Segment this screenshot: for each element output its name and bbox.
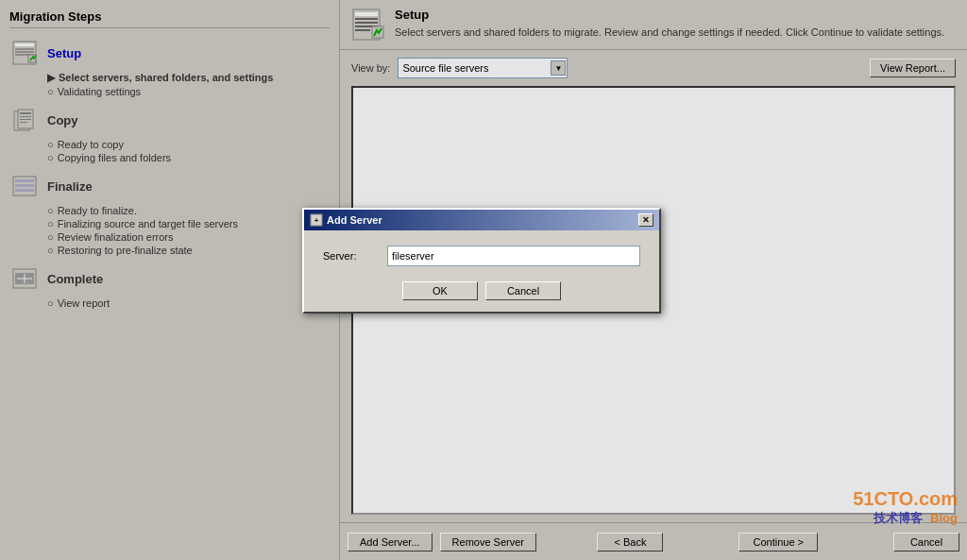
modal-title: Add Server [327, 214, 382, 226]
modal-titlebar: + Add Server ✕ [304, 210, 659, 230]
server-field-label: Server: [323, 250, 380, 262]
modal-titlebar-left: + Add Server [310, 213, 382, 227]
server-input[interactable] [387, 246, 640, 266]
svg-text:+: + [314, 216, 319, 225]
modal-cancel-button[interactable]: Cancel [485, 281, 561, 300]
server-field-row: Server: [323, 246, 640, 266]
modal-ok-button[interactable]: OK [402, 281, 478, 300]
add-server-dialog: + Add Server ✕ Server: OK Cancel [302, 208, 661, 314]
modal-overlay: + Add Server ✕ Server: OK Cancel [0, 0, 967, 560]
modal-body: Server: OK Cancel [304, 230, 659, 312]
modal-close-button[interactable]: ✕ [638, 213, 653, 227]
modal-title-icon: + [310, 213, 323, 227]
modal-buttons: OK Cancel [323, 281, 640, 300]
